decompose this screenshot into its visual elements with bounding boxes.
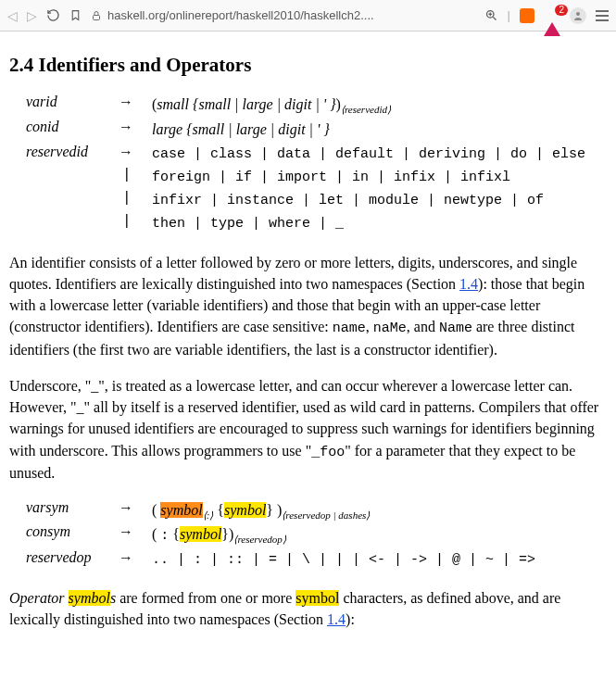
- grammar-row-reservedid: reservedid → case | class | data | defau…: [26, 144, 607, 165]
- highlight-symbol: symbol: [180, 526, 221, 542]
- separator: |: [508, 8, 510, 22]
- brave-icon[interactable]: 2: [544, 8, 560, 22]
- grammar-block-2: varsym → ( symbol⟨:⟩ {symbol} )⟨reserved…: [26, 499, 607, 571]
- highlight-symbol: symbol: [160, 502, 202, 518]
- paragraph-3: Operator symbols are formed from one or …: [9, 587, 607, 630]
- grammar-row-varsym: varsym → ( symbol⟨:⟩ {symbol} )⟨reserved…: [26, 499, 607, 522]
- highlight-symbol: symbol: [295, 590, 339, 606]
- reload-icon[interactable]: [46, 8, 60, 22]
- bookmark-icon[interactable]: [69, 8, 82, 22]
- svg-point-5: [576, 12, 580, 16]
- grammar-cont: | then | type | where | _: [26, 213, 607, 234]
- grammar-cont: | infixr | instance | let | module | new…: [26, 190, 607, 211]
- section-link-1-4[interactable]: 1.4: [459, 276, 478, 292]
- svg-line-2: [493, 17, 496, 19]
- lock-icon: [91, 9, 102, 22]
- grammar-cont: | foreign | if | import | in | infix | i…: [26, 167, 607, 188]
- browser-toolbar: ◁ ▷ haskell.org/onlinereport/haskell2010…: [0, 0, 616, 31]
- zoom-icon[interactable]: [484, 8, 498, 22]
- profile-icon[interactable]: [570, 7, 586, 24]
- grammar-row-conid: conid → large {small | large | digit | '…: [26, 119, 607, 142]
- forward-icon[interactable]: ▷: [27, 8, 37, 23]
- back-icon[interactable]: ◁: [7, 8, 18, 23]
- notification-badge: 2: [555, 5, 568, 16]
- grammar-row-varid: varid → (small {small | large | digit | …: [26, 94, 607, 117]
- paragraph-1: An identifier consists of a letter follo…: [9, 252, 607, 361]
- grammar-row-consym: consym → ( : {symbol})⟨reservedop⟩: [26, 523, 607, 547]
- svg-rect-0: [94, 15, 100, 19]
- grammar-row-reservedop: reservedop → .. | : | :: | = | \ | | | <…: [26, 549, 607, 571]
- address-bar[interactable]: haskell.org/onlinereport/haskell2010/has…: [91, 8, 475, 22]
- highlight-symbol: symbol: [224, 502, 266, 518]
- page-content: 2.4 Identifiers and Operators varid → (s…: [0, 31, 616, 663]
- url-text: haskell.org/onlinereport/haskell2010/has…: [107, 8, 374, 22]
- menu-icon[interactable]: [596, 10, 609, 21]
- grammar-block-1: varid → (small {small | large | digit | …: [26, 94, 607, 235]
- section-heading: 2.4 Identifiers and Operators: [9, 54, 607, 77]
- highlight-symbol: symbol: [69, 590, 110, 606]
- paragraph-2: Underscore, "_", is treated as a lowerca…: [9, 375, 607, 484]
- shield-icon[interactable]: [520, 8, 534, 23]
- section-link-1-4[interactable]: 1.4: [327, 611, 346, 627]
